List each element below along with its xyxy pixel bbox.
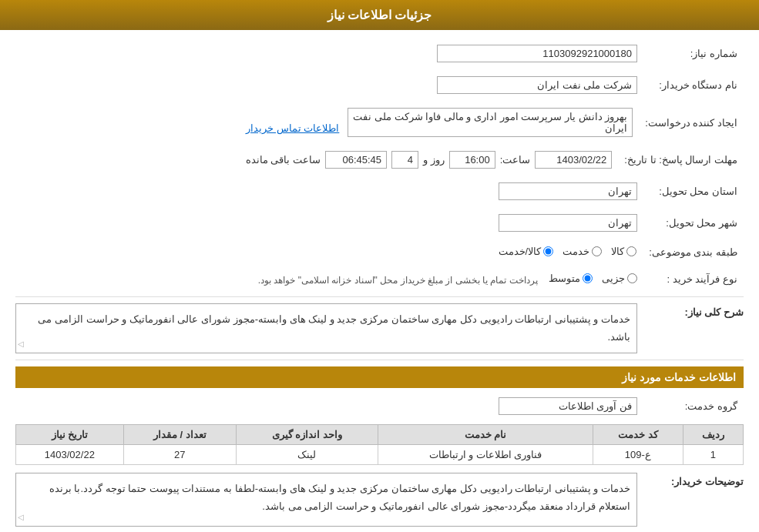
farayand-radio-group: جزیی متوسط bbox=[549, 273, 637, 284]
services-table: ردیف کد خدمت نام خدمت واحد اندازه گیری ت… bbox=[15, 424, 744, 465]
page-title: جزئیات اطلاعات نیاز bbox=[0, 0, 759, 30]
mohlat-date: 1403/02/22 bbox=[535, 151, 612, 169]
nam-dastgah-value: شرکت ملی نفت ایران bbox=[437, 76, 637, 94]
tamas-khardar-link[interactable]: اطلاعات تماس خریدار bbox=[246, 122, 339, 134]
tozihat-label: توضیحات خریدار: bbox=[643, 473, 744, 487]
mohlat-label: مهلت ارسال پاسخ: تا تاریخ: bbox=[618, 148, 744, 172]
sharh-section: شرح کلی نیاز: خدمات و پشتیبانی ارتباطات … bbox=[15, 303, 744, 353]
mohlat-saaat: 16:00 bbox=[449, 151, 495, 169]
col-nam: نام خدمت bbox=[378, 424, 593, 444]
tabaqe-label: طبقه بندی موضوعی: bbox=[643, 243, 744, 262]
baqi-mande-time: 06:45:45 bbox=[325, 151, 387, 169]
ijad-konandeh-value: بهروز دانش یار سرپرست امور اداری و مالی … bbox=[348, 108, 633, 137]
shahr-value: تهران bbox=[499, 214, 637, 232]
cell-kod: ع-109 bbox=[593, 444, 683, 464]
shahr-label: شهر محل تحویل: bbox=[643, 211, 744, 235]
col-kod: کد خدمت bbox=[593, 424, 683, 444]
radio-khadamat[interactable]: خدمت bbox=[563, 246, 602, 257]
cell-tedad: 27 bbox=[123, 444, 236, 464]
tozihat-value: خدمات و پشتیبانی ارتباطات رادیویی دکل مه… bbox=[15, 473, 637, 527]
goroh-khadamat-label: گروه خدمت: bbox=[643, 394, 744, 418]
no-farayand-label: نوع فرآیند خرید : bbox=[643, 269, 744, 289]
ijad-konandeh-label: ایجاد کننده درخواست: bbox=[639, 105, 744, 140]
mohlat-rooz: 4 bbox=[391, 151, 418, 169]
saaat-label: ساعت: bbox=[500, 154, 531, 166]
baqi-mande-label: ساعت باقی مانده bbox=[246, 154, 321, 166]
col-radif: ردیف bbox=[683, 424, 743, 444]
radio-jozii[interactable]: جزیی bbox=[602, 273, 637, 284]
nam-dastgah-label: نام دستگاه خریدار: bbox=[643, 73, 744, 97]
radio-kala-khadamat[interactable]: کالا/خدمت bbox=[499, 246, 554, 257]
cell-nam: فناوری اطلاعات و ارتباطات bbox=[378, 444, 593, 464]
khadamat-header: اطلاعات خدمات مورد نیاز bbox=[15, 366, 744, 388]
tozihat-section: توضیحات خریدار: خدمات و پشتیبانی ارتباطا… bbox=[15, 473, 744, 527]
ostan-value: تهران bbox=[499, 182, 637, 200]
tabaqe-radio-group: کالا خدمت کالا/خدمت bbox=[499, 246, 637, 257]
radio-kala[interactable]: کالا bbox=[611, 246, 636, 257]
cell-vahed: لینک bbox=[236, 444, 378, 464]
goroh-khadamat-value: فن آوری اطلاعات bbox=[499, 397, 637, 415]
ostan-label: استان محل تحویل: bbox=[643, 179, 744, 203]
radio-motevaset[interactable]: متوسط bbox=[549, 273, 593, 284]
rooz-label: روز و bbox=[423, 154, 445, 166]
cell-tarikh: 1403/02/22 bbox=[16, 444, 124, 464]
sharh-value: خدمات و پشتیبانی ارتباطات رادیویی دکل مه… bbox=[15, 303, 637, 353]
col-tarikh: تاریخ نیاز bbox=[16, 424, 124, 444]
farayand-note: پرداخت تمام یا بخشی از مبلغ خریداز محل "… bbox=[258, 275, 538, 286]
sharh-label: شرح کلی نیاز: bbox=[643, 303, 744, 318]
col-tedad: تعداد / مقدار bbox=[123, 424, 236, 444]
col-vahed: واحد اندازه گیری bbox=[236, 424, 378, 444]
cell-radif: 1 bbox=[683, 444, 743, 464]
shomara-niaz-label: شماره نیاز: bbox=[643, 42, 744, 65]
shomara-niaz-value: 1103092921000180 bbox=[437, 45, 637, 62]
table-row: 1 ع-109 فناوری اطلاعات و ارتباطات لینک 2… bbox=[16, 444, 744, 464]
